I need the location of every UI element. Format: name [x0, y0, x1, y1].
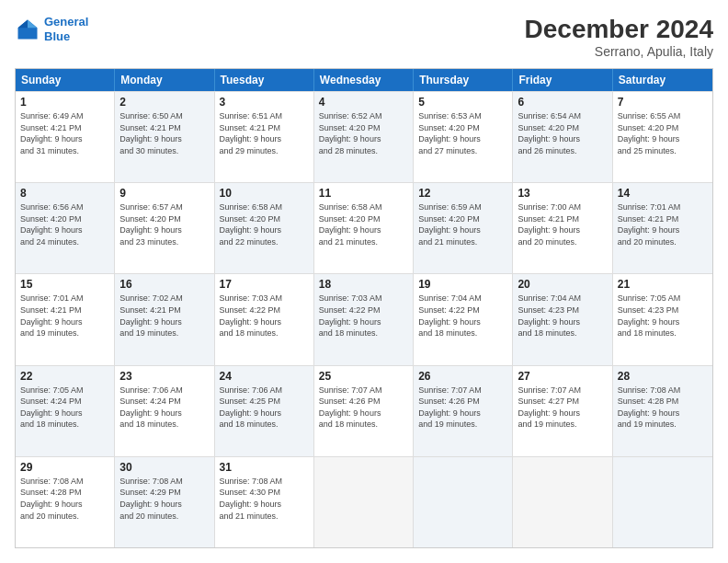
day-num: 3 — [220, 96, 309, 109]
sunrise-14: Sunrise: 7:01 AM — [618, 201, 708, 213]
cell-13: 13 Sunrise: 7:00 AM Sunset: 4:21 PM Dayl… — [513, 183, 612, 273]
daylight-14: Daylight: 9 hours — [618, 224, 708, 236]
main-title: December 2024 — [525, 15, 713, 44]
daylight-21: Daylight: 9 hours — [618, 316, 708, 328]
cell-24: 24 Sunrise: 7:06 AM Sunset: 4:25 PM Dayl… — [215, 366, 314, 456]
sunset-3: Sunset: 4:21 PM — [220, 122, 309, 134]
cell-15: 15 Sunrise: 7:01 AM Sunset: 4:21 PM Dayl… — [16, 274, 115, 364]
daylight-15b: and 19 minutes. — [20, 327, 109, 339]
daylight-4b: and 28 minutes. — [319, 145, 408, 157]
cell-16: 16 Sunrise: 7:02 AM Sunset: 4:21 PM Dayl… — [115, 274, 214, 364]
logo-text: General Blue — [44, 15, 88, 43]
cell-20: 20 Sunrise: 7:04 AM Sunset: 4:23 PM Dayl… — [513, 274, 612, 364]
sunset-28: Sunset: 4:28 PM — [618, 396, 708, 408]
sunset-15: Sunset: 4:21 PM — [20, 304, 109, 316]
svg-marker-2 — [18, 19, 28, 28]
header-tuesday: Tuesday — [215, 69, 314, 91]
cell-1: 1 Sunrise: 6:49 AM Sunset: 4:21 PM Dayli… — [16, 92, 115, 182]
calendar-body: 1 Sunrise: 6:49 AM Sunset: 4:21 PM Dayli… — [16, 91, 712, 547]
daylight-18: Daylight: 9 hours — [319, 316, 408, 328]
sunrise-11: Sunrise: 6:58 AM — [319, 201, 408, 213]
daylight-9b: and 23 minutes. — [119, 236, 209, 248]
sunset-17: Sunset: 4:22 PM — [220, 304, 309, 316]
day-num: 14 — [618, 187, 708, 200]
sunrise-22: Sunrise: 7:05 AM — [20, 385, 109, 396]
svg-marker-1 — [28, 19, 38, 28]
cell-30: 30 Sunrise: 7:08 AM Sunset: 4:29 PM Dayl… — [115, 457, 214, 547]
sunset-30: Sunset: 4:29 PM — [119, 487, 209, 499]
daylight-26b: and 19 minutes. — [418, 419, 507, 431]
sunrise-25: Sunrise: 7:07 AM — [319, 385, 408, 396]
day-num: 21 — [618, 278, 708, 291]
day-num: 9 — [119, 187, 209, 200]
sunset-20: Sunset: 4:23 PM — [518, 304, 607, 316]
cell-26: 26 Sunrise: 7:07 AM Sunset: 4:26 PM Dayl… — [414, 366, 513, 456]
daylight-27: Daylight: 9 hours — [518, 408, 607, 419]
day-num: 24 — [220, 370, 309, 383]
calendar-header: Sunday Monday Tuesday Wednesday Thursday… — [16, 69, 712, 91]
sunset-8: Sunset: 4:20 PM — [20, 213, 109, 225]
calendar: Sunday Monday Tuesday Wednesday Thursday… — [15, 68, 713, 548]
sunrise-17: Sunrise: 7:03 AM — [220, 293, 309, 304]
daylight-14b: and 20 minutes. — [618, 236, 708, 248]
daylight-1b: and 31 minutes. — [20, 145, 109, 157]
daylight-4: Daylight: 9 hours — [319, 133, 408, 145]
page: General Blue December 2024 Serrano, Apul… — [0, 0, 728, 563]
logo-icon — [15, 17, 40, 42]
week-3: 15 Sunrise: 7:01 AM Sunset: 4:21 PM Dayl… — [16, 273, 712, 364]
daylight-23b: and 18 minutes. — [119, 419, 209, 431]
cell-17: 17 Sunrise: 7:03 AM Sunset: 4:22 PM Dayl… — [215, 274, 314, 364]
sunrise-24: Sunrise: 7:06 AM — [220, 385, 309, 396]
week-1: 1 Sunrise: 6:49 AM Sunset: 4:21 PM Dayli… — [16, 91, 712, 182]
day-num: 26 — [418, 370, 507, 383]
daylight-12b: and 21 minutes. — [418, 236, 507, 248]
daylight-2b: and 30 minutes. — [119, 145, 209, 157]
cell-3: 3 Sunrise: 6:51 AM Sunset: 4:21 PM Dayli… — [215, 92, 314, 182]
sunset-24: Sunset: 4:25 PM — [220, 396, 309, 408]
sunset-12: Sunset: 4:20 PM — [418, 213, 507, 225]
sunrise-19: Sunrise: 7:04 AM — [418, 293, 507, 304]
sunset-27: Sunset: 4:27 PM — [518, 396, 607, 408]
sunset-1: Sunset: 4:21 PM — [20, 122, 109, 134]
daylight-3b: and 29 minutes. — [220, 145, 309, 157]
daylight-31: Daylight: 9 hours — [220, 499, 309, 511]
sunset-5: Sunset: 4:20 PM — [418, 122, 507, 134]
daylight-20b: and 18 minutes. — [518, 327, 607, 339]
sunset-25: Sunset: 4:26 PM — [319, 396, 408, 408]
sunset-19: Sunset: 4:22 PM — [418, 304, 507, 316]
daylight-25: Daylight: 9 hours — [319, 408, 408, 419]
daylight-21b: and 18 minutes. — [618, 327, 708, 339]
day-num: 4 — [319, 96, 408, 109]
day-num: 30 — [119, 461, 209, 474]
sunset-2: Sunset: 4:21 PM — [119, 122, 209, 134]
day-num: 19 — [418, 278, 507, 291]
daylight-13: Daylight: 9 hours — [518, 224, 607, 236]
day-num: 25 — [319, 370, 408, 383]
day-num: 2 — [119, 96, 209, 109]
cell-5: 5 Sunrise: 6:53 AM Sunset: 4:20 PM Dayli… — [414, 92, 513, 182]
cell-18: 18 Sunrise: 7:03 AM Sunset: 4:22 PM Dayl… — [314, 274, 414, 364]
cell-27: 27 Sunrise: 7:07 AM Sunset: 4:27 PM Dayl… — [513, 366, 612, 456]
daylight-7b: and 25 minutes. — [618, 145, 708, 157]
sunrise-30: Sunrise: 7:08 AM — [119, 476, 209, 488]
sunset-9: Sunset: 4:20 PM — [119, 213, 209, 225]
sunrise-4: Sunrise: 6:52 AM — [319, 110, 408, 122]
daylight-10b: and 22 minutes. — [220, 236, 309, 248]
daylight-22: Daylight: 9 hours — [20, 408, 109, 419]
day-num: 16 — [119, 278, 209, 291]
daylight-27b: and 19 minutes. — [518, 419, 607, 431]
sunrise-3: Sunrise: 6:51 AM — [220, 110, 309, 122]
sunrise-31: Sunrise: 7:08 AM — [220, 476, 309, 488]
day-num: 13 — [518, 187, 607, 200]
sunrise-8: Sunrise: 6:56 AM — [20, 201, 109, 213]
cell-10: 10 Sunrise: 6:58 AM Sunset: 4:20 PM Dayl… — [215, 183, 314, 273]
sunset-4: Sunset: 4:20 PM — [319, 122, 408, 134]
sunset-31: Sunset: 4:30 PM — [220, 487, 309, 499]
daylight-5b: and 27 minutes. — [418, 145, 507, 157]
sunset-6: Sunset: 4:20 PM — [518, 122, 607, 134]
daylight-30b: and 20 minutes. — [119, 511, 209, 523]
daylight-19b: and 18 minutes. — [418, 327, 507, 339]
daylight-8: Daylight: 9 hours — [20, 224, 109, 236]
cell-22: 22 Sunrise: 7:05 AM Sunset: 4:24 PM Dayl… — [16, 366, 115, 456]
week-4: 22 Sunrise: 7:05 AM Sunset: 4:24 PM Dayl… — [16, 365, 712, 456]
